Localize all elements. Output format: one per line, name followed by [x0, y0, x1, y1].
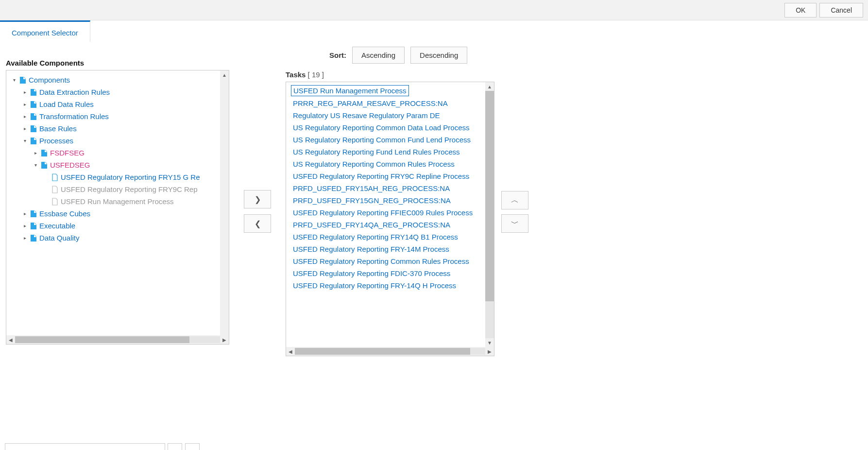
bottom-button-1[interactable] — [168, 443, 182, 450]
task-item[interactable]: USFED Regulatory Reporting Common Rules … — [291, 255, 494, 267]
tree-node-fsdfseg[interactable]: ▸ FSDFSEG — [33, 147, 227, 158]
sort-ascending-button[interactable]: Ascending — [352, 47, 405, 64]
scroll-left-icon[interactable]: ◀ — [6, 335, 15, 344]
task-item[interactable]: PRFD_USFED_FRY14QA_REG_PROCESS:NA — [291, 219, 494, 231]
dialog-button-bar: OK Cancel — [0, 0, 868, 20]
caret-right-icon[interactable]: ▸ — [33, 150, 38, 156]
task-item[interactable]: PRFD_USFED_FRY15AH_REG_PROCESS:NA — [291, 182, 494, 194]
tasks-label: Tasks — [286, 70, 306, 79]
tasks-vertical-scrollbar[interactable]: ▲ ▼ — [485, 82, 494, 347]
caret-right-icon[interactable]: ▸ — [22, 126, 28, 131]
tree-node-data-extraction[interactable]: ▸ Data Extraction Rules — [22, 87, 227, 98]
task-item[interactable]: Regulatory US Resave Regulatory Param DE — [291, 109, 494, 121]
tree-label: USFEDSEG — [50, 161, 90, 169]
caret-right-icon[interactable]: ▸ — [22, 114, 28, 119]
tree-leaf-run-mgmt[interactable]: · USFED Run Management Process — [43, 196, 227, 207]
task-item[interactable]: USFED Run Management Process — [291, 85, 409, 96]
bottom-panel-edge — [5, 443, 165, 450]
tree-horizontal-scrollbar[interactable]: ◀ ▶ — [6, 335, 229, 344]
chevron-left-icon: ❮ — [255, 219, 261, 228]
task-item[interactable]: USFED Regulatory Reporting FRY-14Q H Pro… — [291, 279, 494, 292]
scroll-thumb[interactable] — [485, 91, 494, 301]
tree-vertical-scrollbar[interactable]: ▲ — [220, 70, 229, 335]
caret-right-icon[interactable]: ▸ — [22, 89, 28, 95]
chevron-up-icon: ︿ — [511, 195, 519, 206]
tree-node-processes[interactable]: ▾ Processes — [22, 135, 227, 146]
scroll-thumb[interactable] — [295, 348, 470, 355]
folder-icon — [30, 125, 37, 133]
caret-down-icon[interactable]: ▾ — [33, 162, 38, 168]
tree-leaf-fry15g[interactable]: · USFED Regulatory Reporting FRY15 G Re — [43, 172, 227, 183]
task-item[interactable]: USFED Regulatory Reporting FRY-14M Proce… — [291, 243, 494, 255]
caret-right-icon[interactable]: ▸ — [22, 235, 28, 241]
tree-node-load-data[interactable]: ▸ Load Data Rules — [22, 99, 227, 110]
tree-node-base-rules[interactable]: ▸ Base Rules — [22, 123, 227, 134]
tree-label: USFED Run Management Process — [61, 197, 174, 206]
task-item[interactable]: US Regulatory Reporting Common Data Load… — [291, 121, 494, 134]
scroll-right-icon[interactable]: ▶ — [485, 347, 494, 356]
task-item[interactable]: PRFD_USFED_FRY15GN_REG_PROCESS:NA — [291, 194, 494, 207]
task-item[interactable]: PRRR_REG_PARAM_RESAVE_PROCESS:NA — [291, 97, 494, 109]
file-icon — [51, 173, 59, 181]
tasks-list: USFED Run Management ProcessPRRR_REG_PAR… — [286, 82, 494, 356]
folder-icon — [30, 234, 37, 242]
scroll-up-icon[interactable]: ▲ — [485, 82, 494, 91]
chevron-down-icon: ﹀ — [511, 219, 519, 229]
tasks-heading: Tasks [ 19 ] — [286, 70, 528, 79]
file-icon — [51, 198, 59, 206]
task-item[interactable]: US Regulatory Reporting Common Rules Pro… — [291, 158, 494, 170]
file-icon — [51, 186, 59, 193]
caret-right-icon[interactable]: ▸ — [22, 102, 28, 107]
task-item[interactable]: USFED Regulatory Reporting FDIC-370 Proc… — [291, 267, 494, 279]
move-down-button[interactable]: ﹀ — [501, 214, 528, 233]
tab-component-selector[interactable]: Component Selector — [0, 20, 90, 42]
tree-label: Processes — [39, 137, 73, 145]
cancel-button[interactable]: Cancel — [819, 3, 863, 17]
tree-node-data-quality[interactable]: ▸ Data Quality — [22, 232, 227, 243]
tree-label: USFED Regulatory Reporting FRY15 G Re — [61, 173, 200, 181]
tree-label: Data Quality — [39, 234, 80, 242]
task-item[interactable]: US Regulatory Reporting Fund Lend Rules … — [291, 146, 494, 158]
chevron-right-icon: ❯ — [255, 195, 261, 204]
task-item[interactable]: US Regulatory Reporting Common Fund Lend… — [291, 134, 494, 146]
tree-label: Base Rules — [39, 124, 77, 133]
tree-node-components[interactable]: ▾ Components — [11, 74, 227, 86]
folder-icon — [30, 113, 37, 121]
tree-label: USFED Regulatory Reporting FRY9C Rep — [61, 185, 198, 193]
tasks-horizontal-scrollbar[interactable]: ◀ ▶ — [286, 347, 494, 356]
bottom-button-2[interactable] — [185, 443, 200, 450]
tree-node-executable[interactable]: ▸ Executable — [22, 220, 227, 231]
tree-node-transformation[interactable]: ▸ Transformation Rules — [22, 111, 227, 122]
tree-node-usfedseg[interactable]: ▾ USFEDSEG — [33, 159, 227, 171]
tasks-count: [ 19 ] — [308, 70, 324, 79]
scroll-up-icon[interactable]: ▲ — [220, 70, 229, 79]
caret-down-icon[interactable]: ▾ — [11, 77, 17, 83]
folder-icon — [30, 88, 37, 96]
scroll-right-icon[interactable]: ▶ — [220, 335, 229, 344]
tree-label: Data Extraction Rules — [39, 88, 110, 96]
folder-icon — [30, 137, 37, 145]
ok-button[interactable]: OK — [784, 3, 817, 17]
tree-label: Transformation Rules — [39, 112, 109, 121]
scroll-thumb[interactable] — [15, 336, 189, 343]
task-item[interactable]: USFED Regulatory Reporting FRY14Q B1 Pro… — [291, 231, 494, 243]
sort-descending-button[interactable]: Descending — [410, 47, 467, 64]
caret-right-icon[interactable]: ▸ — [22, 223, 28, 228]
task-item[interactable]: USFED Regulatory Reporting FFIEC009 Rule… — [291, 207, 494, 219]
move-left-button[interactable]: ❮ — [244, 214, 271, 233]
caret-right-icon[interactable]: ▸ — [22, 211, 28, 216]
scroll-down-icon[interactable]: ▼ — [485, 338, 494, 347]
caret-down-icon[interactable]: ▾ — [22, 138, 28, 143]
tree-node-essbase[interactable]: ▸ Essbase Cubes — [22, 208, 227, 219]
file-icon — [40, 161, 48, 169]
folder-icon — [30, 210, 37, 218]
move-right-button[interactable]: ❯ — [244, 190, 271, 208]
folder-icon — [19, 76, 27, 84]
folder-icon — [30, 101, 37, 108]
scroll-left-icon[interactable]: ◀ — [286, 347, 295, 356]
tree-label: Components — [29, 76, 70, 84]
task-item[interactable]: USFED Regulatory Reporting FRY9C Repline… — [291, 170, 494, 182]
tree-leaf-fry9c[interactable]: · USFED Regulatory Reporting FRY9C Rep — [43, 184, 227, 195]
folder-icon — [30, 222, 37, 230]
move-up-button[interactable]: ︿ — [501, 191, 528, 209]
